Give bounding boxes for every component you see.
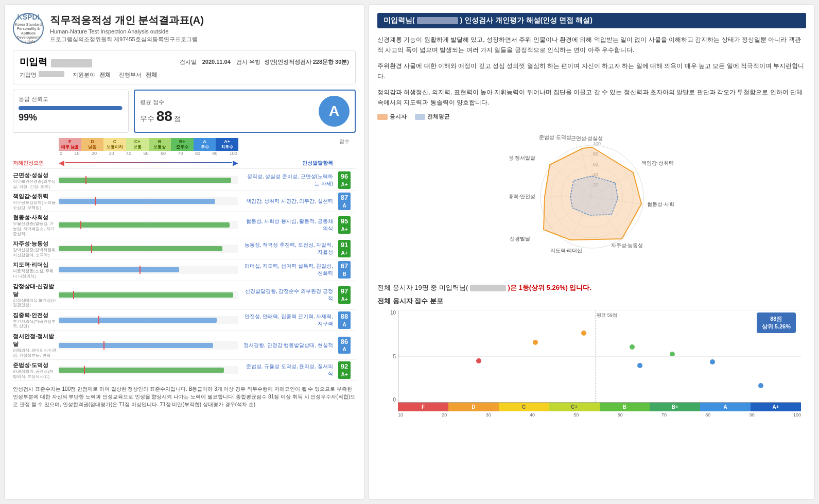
trait-keywords: 신경발달경향, 감정순수 외부환경 긍정적: [240, 288, 333, 302]
bar-bg: [59, 291, 238, 299]
company-label: 기업명: [20, 71, 37, 79]
trait-score: 91 A+: [333, 240, 356, 257]
center-line: [148, 266, 148, 274]
trait-score: 97 A+: [333, 286, 356, 304]
center-line: [148, 341, 148, 350]
company-info: 기업명: [20, 71, 64, 79]
legend-row: 응시자 전체평균: [377, 113, 806, 120]
x-30: 30: [486, 412, 491, 418]
dot-5: [637, 363, 642, 368]
inhibit-marker: [80, 221, 81, 229]
dept-value: 전체: [99, 71, 111, 79]
trait-keywords: 협동성, 사회성 봉사심, 활동적, 공동체의식: [240, 218, 333, 232]
trait-score: 92 A+: [333, 361, 356, 379]
svg-text:지도력·리더십: 지도력·리더십: [550, 248, 582, 253]
x-40: 40: [530, 412, 535, 418]
ranking-text: 전체 응시자 19명 중 미입력님( )은 1등(상위 5.26%) 입니다.: [377, 283, 806, 292]
svg-text:집중력·안전성: 집중력·안전성: [510, 194, 535, 199]
inhibit-marker: [95, 197, 96, 205]
trait-row-7: 정서안정·정서발달 피해의식, 과대의식수관성, 긴장성분능, 변덕 정서경향,…: [13, 331, 356, 360]
trait-bar: [57, 366, 240, 374]
trait-desc: 부건전의식(마음안정부족, 산만): [13, 319, 57, 329]
traits-container: 근면성·성실성 직무불안신경증(외부상실, 걱정, 긴장, 초조) 정직성, 성…: [13, 170, 356, 381]
trait-keywords: 정서경향, 안정감 행동발달상태, 현실적: [240, 342, 333, 349]
reliability-bar: [19, 106, 123, 110]
bar-fill: [59, 343, 213, 348]
right-panel: 미입력님( ) 인성검사 개인평가 해설(인성 면접 해설) 신경계통 기능이 …: [369, 4, 815, 500]
grid-1: [398, 310, 801, 310]
trait-name-area: 자주성·능동성 강박신경증(강박적행위, 자신감결여, 소극적): [13, 240, 57, 257]
trait-score: 95 A+: [333, 216, 356, 234]
x-70: 70: [661, 412, 667, 418]
trait-bar: [57, 176, 240, 184]
inhibit-row: 저해인성요인 ◀ ▶ 인성발달항목: [13, 157, 356, 169]
x-100: 100: [793, 412, 801, 418]
trait-name-area: 책임감·성취력 직무공포감정제(두려움, 소심감, 무책임): [13, 193, 57, 210]
inhibit-label-left: 저해인성요인: [13, 160, 44, 166]
trait-name-area: 집중력·안전성 부건전의식(마음안정부족, 산만): [13, 311, 57, 329]
trait-score: 88 A: [333, 311, 356, 329]
trait-bar: [57, 266, 240, 274]
bar-fill: [59, 292, 233, 298]
legend-applicant: 응시자: [377, 113, 407, 120]
ranking-prefix: 전체 응시자 19명 중 미입력님(: [377, 284, 468, 291]
center-line: [148, 316, 148, 324]
trait-desc: 피동적행동(소심, 주위나 나천의식): [13, 269, 57, 279]
trait-desc: 감정상태이상.불계성(신경관민성): [13, 298, 57, 308]
trait-row-4: 지도력·리더십 피동적행동(소심, 주위나 나천의식) 리더십, 지도력, 섬여…: [13, 259, 356, 281]
y-label-10: 10: [390, 310, 396, 316]
dist-chart-wrapper: 88점상위 5.26% 10 5 0 평균 59점: [382, 310, 801, 418]
trait-name-area: 정서안정·정서발달 피해의식, 과대의식수관성, 긴장성분능, 변덕: [13, 333, 57, 358]
bar-bg: [59, 245, 238, 253]
reliability-fill: [19, 106, 122, 110]
avg-score-box: 평균 점수 우수 88 점 A: [134, 90, 356, 133]
x-10: 10: [398, 412, 403, 418]
grade-scale-header: F매우 낮음 D낮음 C보통이하 C+보통 B보통상 B+준: [13, 138, 356, 156]
dot-4: [630, 344, 635, 350]
center-line: [148, 291, 148, 299]
logo: KSPDI Korea Standard Personality & Aptit…: [13, 13, 44, 44]
grade-bar-b: B: [600, 403, 650, 411]
reliability-label: 응답 신뢰도: [19, 95, 123, 103]
x-80: 80: [705, 412, 710, 418]
svg-text:협동성·사회성: 협동성·사회성: [647, 201, 674, 207]
score-grade-text: 우수: [140, 114, 154, 123]
trait-name: 책임감·성취력: [13, 193, 57, 200]
title-prefix: 미입력님(: [384, 16, 415, 24]
legend-applicant-label: 응시자: [390, 113, 407, 120]
trait-name-area: 감정상태·신경발달 감정상태이상.불계성(신경관민성): [13, 283, 57, 308]
trait-name: 정서안정·정서발달: [13, 333, 57, 348]
dist-chart: 10 5 0 평균 59점: [382, 310, 801, 403]
legend-orange-color: [377, 114, 388, 120]
person-info: 미입력 검사일 2020.11.04 검사 유형 성인(인성적성검사 228문항…: [13, 50, 356, 84]
trait-row-2: 협동성·사회성 우울신경증(열등감, 가능담, 자아폐김소, 자기중상적) 협동…: [13, 212, 356, 238]
trait-keywords: 책임감, 성취력 사명감, 의무감, 실천력: [240, 198, 333, 205]
trait-bar: [57, 291, 240, 299]
trait-bar: [57, 245, 240, 253]
desc2: 주위환경 사물에 대한 이해와 애정이 깊고 성심 성의껏 열심히 하는 편이며…: [377, 61, 806, 82]
trait-keywords: 능동성, 적극성 추진력, 도전성, 자발적, 자율성: [240, 241, 333, 256]
grade-letter: A: [329, 103, 339, 119]
trait-name-area: 지도력·리더십 피동적행동(소심, 주위나 나천의식): [13, 261, 57, 279]
trait-desc: 파과적행위, 공격성(저항의식, 부정적사고): [13, 369, 57, 379]
y-axis: 10 5 0: [382, 310, 398, 403]
bar-fill: [59, 267, 179, 272]
bar-bg: [59, 366, 238, 374]
trait-row-1: 책임감·성취력 직무공포감정제(두려움, 소심감, 무책임) 책임감, 성취력 …: [13, 191, 356, 212]
svg-text:100: 100: [593, 141, 601, 146]
dept-label: 지원분야: [73, 71, 95, 79]
trait-score: 87 A: [333, 193, 356, 210]
inhibit-marker: [73, 291, 74, 299]
svg-text:준법성·도덕성: 준법성·도덕성: [539, 134, 571, 140]
svg-text:책임감·성취력: 책임감·성취력: [641, 160, 674, 166]
inhibit-marker: [140, 266, 141, 274]
legend-average-label: 전체평균: [427, 113, 450, 120]
report-subtitle1: Human-Nature Test Inspection Analysis ou…: [50, 28, 204, 34]
grade-bar-f: F: [398, 403, 448, 411]
logo-text: KSPDI Korea Standard Personality & Aptit…: [14, 12, 43, 44]
score-row: 응답 신뢰도 99% 평균 점수 우수 88 점 A: [13, 90, 356, 133]
dist-title: 전체 응시자 점수 분포: [377, 297, 806, 306]
trait-desc: 피해의식, 과대의식수관성, 긴장성분능, 변덕: [13, 348, 57, 358]
trait-name: 준법성·도덕성: [13, 361, 57, 369]
center-line: [148, 221, 148, 229]
